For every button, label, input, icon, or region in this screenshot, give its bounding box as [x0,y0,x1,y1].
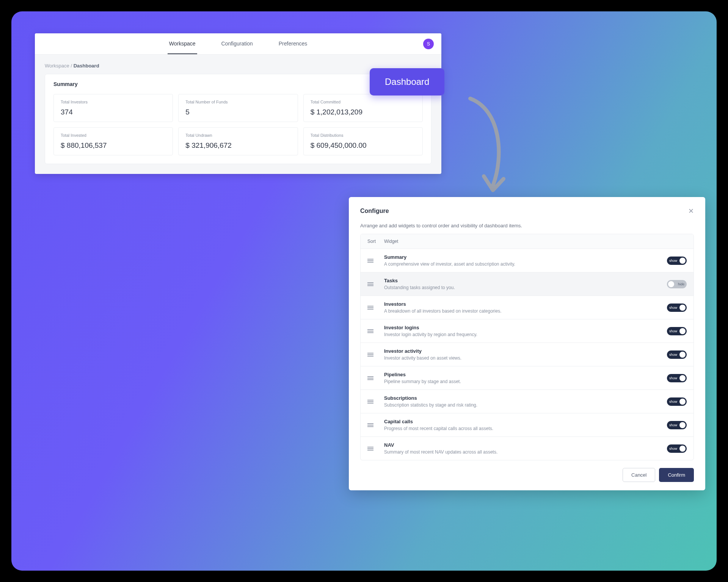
breadcrumb-sep: / [71,63,72,69]
widget-row: TasksOutstanding tasks assigned to you.h… [361,272,693,296]
drag-handle-icon[interactable] [367,352,384,357]
toggle-knob [679,305,686,311]
widget-desc: Investor activity based on asset views. [384,355,667,361]
widget-list: Sort Widget SummaryA comprehensive view … [360,234,694,460]
close-icon[interactable]: ✕ [688,207,694,215]
stat-value: 5 [185,108,290,116]
toggle-knob [679,446,686,452]
widget-desc: Pipeline summary by stage and asset. [384,379,667,384]
dashboard-panel: Workspace Configuration Preferences S Wo… [35,33,441,174]
tab-bar: Workspace Configuration Preferences S [35,33,441,55]
arrow-icon [463,95,523,201]
stat-label: Total Invested [61,133,166,138]
cancel-button[interactable]: Cancel [623,468,655,482]
visibility-toggle[interactable]: show [667,374,687,382]
stat-card: Total Distributions$ 609,450,000.00 [303,127,423,155]
drag-handle-icon[interactable] [367,422,384,428]
visibility-toggle[interactable]: show [667,257,687,265]
dashboard-badge: Dashboard [370,68,444,95]
widget-desc: A comprehensive view of investor, asset … [384,261,667,267]
toggle-knob [679,399,686,405]
configure-description: Arrange and add widgets to control order… [360,223,694,228]
widget-row: Investor activityInvestor activity based… [361,343,693,366]
widget-name: Investor logins [384,325,667,330]
toggle-label: show [669,400,677,404]
widget-name: Tasks [384,278,667,283]
drag-handle-icon[interactable] [367,446,384,451]
tab-preferences[interactable]: Preferences [277,34,309,54]
stat-label: Total Distributions [311,133,416,138]
stat-value: $ 321,906,672 [185,141,290,150]
stat-value: 374 [61,108,166,116]
stat-card: Total Number of Funds5 [178,94,298,122]
stat-value: $ 609,450,000.00 [311,141,416,150]
visibility-toggle[interactable]: show [667,350,687,359]
visibility-toggle[interactable]: show [667,421,687,429]
stat-card: Total Committed$ 1,202,013,209 [303,94,423,122]
widget-name: Pipelines [384,372,667,377]
stats-grid: Total Investors374Total Number of Funds5… [53,94,423,155]
widget-name: Summary [384,254,667,260]
widget-desc: Subscription statistics by stage and ris… [384,402,667,408]
breadcrumb-current: Dashboard [74,63,99,69]
toggle-knob [679,375,686,381]
configure-title: Configure [360,208,389,214]
widget-head: Sort Widget [361,234,693,249]
widget-name: Investor activity [384,348,667,354]
widget-name: Subscriptions [384,395,667,401]
widget-row: Investor loginsInvestor login activity b… [361,319,693,343]
toggle-label: hide [678,282,684,286]
configure-panel: Configure ✕ Arrange and add widgets to c… [349,197,705,490]
visibility-toggle[interactable]: show [667,397,687,406]
drag-handle-icon[interactable] [367,258,384,263]
toggle-knob [679,422,686,428]
stat-card: Total Invested$ 880,106,537 [53,127,173,155]
breadcrumb-root[interactable]: Workspace [45,63,69,69]
drag-handle-icon[interactable] [367,282,384,287]
toggle-label: show [669,423,677,427]
toggle-label: show [669,329,677,333]
widget-desc: Summary of most recent NAV updates acros… [384,449,667,455]
widget-row: SubscriptionsSubscription statistics by … [361,390,693,413]
confirm-button[interactable]: Confirm [659,468,694,482]
avatar[interactable]: S [423,39,434,49]
widget-row: NAVSummary of most recent NAV updates ac… [361,437,693,460]
drag-handle-icon[interactable] [367,329,384,334]
widget-desc: Outstanding tasks assigned to you. [384,285,667,290]
visibility-toggle[interactable]: hide [667,280,687,288]
tab-workspace[interactable]: Workspace [168,34,197,54]
canvas: Workspace Configuration Preferences S Wo… [11,11,717,571]
toggle-label: show [669,306,677,310]
summary-title: Summary [53,81,423,87]
stat-value: $ 880,106,537 [61,141,166,150]
drag-handle-icon[interactable] [367,375,384,381]
widget-row: PipelinesPipeline summary by stage and a… [361,366,693,390]
stat-label: Total Committed [311,100,416,104]
toggle-knob [679,258,686,264]
head-sort: Sort [367,239,384,244]
visibility-toggle[interactable]: show [667,304,687,312]
toggle-label: show [669,447,677,451]
visibility-toggle[interactable]: show [667,327,687,335]
drag-handle-icon[interactable] [367,305,384,310]
stat-label: Total Investors [61,100,166,104]
stat-card: Total Undrawn$ 321,906,672 [178,127,298,155]
toggle-knob [668,281,674,287]
widget-desc: Investor login activity by region and fr… [384,332,667,337]
tab-configuration[interactable]: Configuration [220,34,254,54]
stat-value: $ 1,202,013,209 [311,108,416,116]
toggle-label: show [669,376,677,380]
toggle-label: show [669,353,677,357]
stat-label: Total Undrawn [185,133,290,138]
head-widget: Widget [384,239,398,244]
widget-desc: Progress of most recent capital calls ac… [384,426,667,431]
widget-row: Capital callsProgress of most recent cap… [361,413,693,437]
widget-name: Capital calls [384,419,667,424]
drag-handle-icon[interactable] [367,399,384,404]
stat-card: Total Investors374 [53,94,173,122]
visibility-toggle[interactable]: show [667,444,687,453]
widget-row: InvestorsA breakdown of all investors ba… [361,296,693,319]
widget-name: Investors [384,301,667,307]
widget-row: SummaryA comprehensive view of investor,… [361,249,693,272]
widget-desc: A breakdown of all investors based on in… [384,308,667,314]
